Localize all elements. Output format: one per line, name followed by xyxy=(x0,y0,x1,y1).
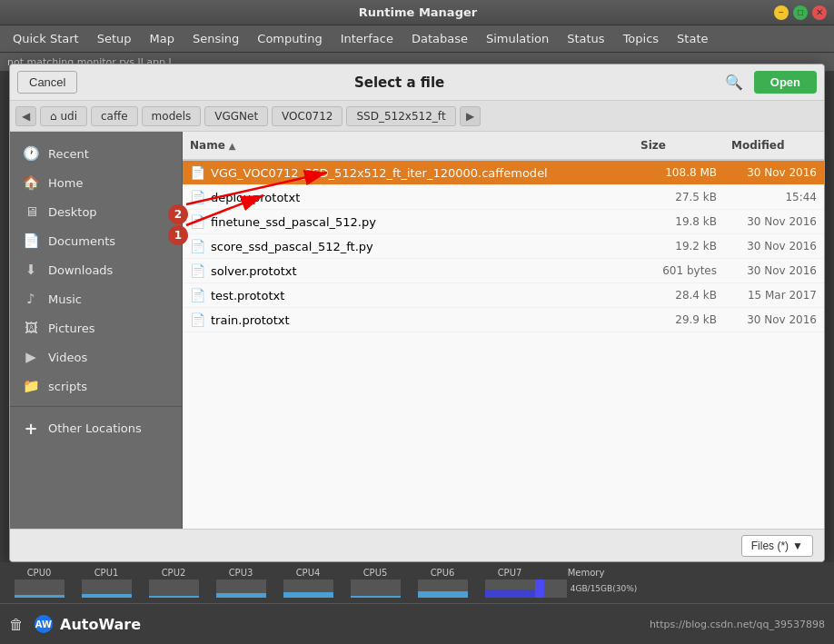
sidebar-item-recent[interactable]: 🕐 Recent xyxy=(10,139,182,168)
search-button[interactable]: 🔍 xyxy=(721,70,747,94)
sidebar-item-music[interactable]: ♪ Music xyxy=(10,284,182,313)
title-bar: Runtime Manager − □ ✕ xyxy=(0,0,834,25)
autoware-logo-icon: AW xyxy=(33,613,55,635)
breadcrumb-home[interactable]: ⌂ udi xyxy=(40,106,87,126)
sidebar-item-pictures[interactable]: 🖼 Pictures xyxy=(10,313,182,342)
menu-sensing[interactable]: Sensing xyxy=(184,28,248,49)
cpu6-item: CPU6 xyxy=(411,568,474,598)
file-row[interactable]: 📄 solver.prototxt 601 bytes 30 Nov 2016 xyxy=(183,259,824,283)
file-name: train.prototxt xyxy=(211,313,626,327)
sidebar-item-desktop[interactable]: 🖥 Desktop xyxy=(10,197,182,226)
sidebar-label-downloads: Downloads xyxy=(48,263,113,277)
trash-icon: 🗑 xyxy=(9,616,24,633)
menu-quickstart[interactable]: Quick Start xyxy=(4,28,88,49)
file-icon: 📄 xyxy=(190,263,205,278)
file-row[interactable]: 📄 deploy.prototxt 27.5 kB 15:44 xyxy=(183,185,824,210)
file-name: deploy.prototxt xyxy=(211,191,626,204)
menu-simulation[interactable]: Simulation xyxy=(477,28,558,49)
status-bar: CPU0 CPU1 CPU2 CPU3 CPU4 xyxy=(0,562,834,644)
home-icon: 🏠 xyxy=(23,174,39,191)
add-icon: + xyxy=(23,419,39,438)
scripts-icon: 📁 xyxy=(23,378,39,394)
clock-icon: 🕐 xyxy=(23,145,39,162)
back-button[interactable]: ◀ xyxy=(15,106,36,126)
filter-label: Files (*) xyxy=(751,540,789,552)
videos-icon: ▶ xyxy=(23,349,39,365)
file-list: 📄 VGG_VOC0712_SSD_512x512_ft_iter_120000… xyxy=(183,161,824,529)
file-row[interactable]: 📄 finetune_ssd_pascal_512.py 19.8 kB 30 … xyxy=(183,210,824,234)
menu-status[interactable]: Status xyxy=(558,28,613,49)
dialog-footer: Files (*) ▼ xyxy=(10,529,824,561)
file-row[interactable]: 📄 test.prototxt 28.4 kB 15 Mar 2017 xyxy=(183,283,824,308)
sidebar-item-scripts[interactable]: 📁 scripts xyxy=(10,372,182,401)
cpu1-graph xyxy=(82,580,132,598)
file-name: score_ssd_pascal_512_ft.py xyxy=(211,240,626,253)
menu-bar: Quick Start Setup Map Sensing Computing … xyxy=(0,25,834,53)
close-button[interactable]: ✕ xyxy=(812,5,827,20)
file-row[interactable]: 📄 train.prototxt 29.9 kB 30 Nov 2016 xyxy=(183,308,824,332)
file-size: 27.5 kB xyxy=(626,191,717,203)
sidebar-item-videos[interactable]: ▶ Videos xyxy=(10,342,182,372)
file-modified: 30 Nov 2016 xyxy=(717,313,817,326)
sidebar-label-desktop: Desktop xyxy=(48,205,97,219)
file-modified: 30 Nov 2016 xyxy=(717,240,817,253)
menu-database[interactable]: Database xyxy=(402,28,477,49)
window-title: Runtime Manager xyxy=(62,5,774,19)
cpu4-graph xyxy=(283,580,333,598)
minimize-button[interactable]: − xyxy=(774,5,789,20)
menu-interface[interactable]: Interface xyxy=(332,28,402,49)
sidebar-item-home[interactable]: 🏠 Home xyxy=(10,168,182,197)
cpu1-label: CPU1 xyxy=(94,568,119,578)
breadcrumb-caffe[interactable]: caffe xyxy=(91,106,138,126)
maximize-button[interactable]: □ xyxy=(793,5,808,20)
sidebar-label-videos: Videos xyxy=(48,351,87,364)
cancel-button[interactable]: Cancel xyxy=(17,71,77,94)
file-modified: 15 Mar 2017 xyxy=(717,289,817,302)
file-list-header: Name ▲ Size Modified xyxy=(183,132,824,161)
url-text: https://blog.csdn.net/qq_39537898 xyxy=(650,619,825,630)
sidebar-other-locations[interactable]: + Other Locations xyxy=(10,412,182,444)
sidebar-item-downloads[interactable]: ⬇ Downloads xyxy=(10,255,182,284)
file-name: VGG_VOC0712_SSD_512x512_ft_iter_120000.c… xyxy=(211,166,626,180)
cpu7-label: CPU7 xyxy=(498,568,522,578)
file-icon: 📄 xyxy=(190,239,205,253)
column-header-name[interactable]: Name ▲ xyxy=(183,135,633,155)
open-button[interactable]: Open xyxy=(754,71,817,94)
file-dialog: Cancel Select a file 🔍 Open ◀ ⌂ udi caff… xyxy=(9,64,825,562)
cpu7-item: CPU7 xyxy=(478,568,541,598)
breadcrumb-more-button[interactable]: ▶ xyxy=(460,106,481,126)
file-row[interactable]: 📄 VGG_VOC0712_SSD_512x512_ft_iter_120000… xyxy=(183,161,824,185)
file-icon: 📄 xyxy=(190,312,205,327)
sidebar: 🕐 Recent 🏠 Home 🖥 Desktop 📄 Documents ⬇ … xyxy=(10,132,183,529)
file-icon: 📄 xyxy=(190,214,205,229)
menu-computing[interactable]: Computing xyxy=(248,28,331,49)
menu-topics[interactable]: Topics xyxy=(614,28,668,49)
dialog-header: Cancel Select a file 🔍 Open xyxy=(10,64,824,101)
file-modified: 30 Nov 2016 xyxy=(717,264,817,277)
cpu4-item: CPU4 xyxy=(276,568,340,598)
breadcrumb-vggnet[interactable]: VGGNet xyxy=(204,106,268,126)
sidebar-divider xyxy=(10,406,182,407)
cpu0-label: CPU0 xyxy=(27,568,52,578)
bottom-bar: 🗑 AW AutoWare https://blog.csdn.net/qq_3… xyxy=(0,603,834,644)
menu-state[interactable]: State xyxy=(668,28,717,49)
file-size: 19.2 kB xyxy=(626,240,717,253)
file-modified: 15:44 xyxy=(717,191,817,203)
column-header-size[interactable]: Size xyxy=(633,135,724,155)
sidebar-item-documents[interactable]: 📄 Documents xyxy=(10,226,182,255)
file-modified: 30 Nov 2016 xyxy=(717,166,817,179)
column-header-modified[interactable]: Modified xyxy=(724,135,824,155)
breadcrumb-models[interactable]: models xyxy=(142,106,202,126)
file-modified: 30 Nov 2016 xyxy=(717,215,817,228)
file-size: 28.4 kB xyxy=(626,289,717,302)
file-filter-button[interactable]: Files (*) ▼ xyxy=(741,535,813,557)
memory-label: Memory xyxy=(568,568,605,578)
breadcrumb-voc0712[interactable]: VOC0712 xyxy=(272,106,343,126)
breadcrumb-ssd[interactable]: SSD_512x512_ft xyxy=(346,106,455,126)
file-icon: 📄 xyxy=(190,190,205,204)
menu-map[interactable]: Map xyxy=(141,28,184,49)
svg-text:AW: AW xyxy=(35,619,52,629)
file-row[interactable]: 📄 score_ssd_pascal_512_ft.py 19.2 kB 30 … xyxy=(183,234,824,259)
menu-setup[interactable]: Setup xyxy=(88,28,141,49)
dialog-title: Select a file xyxy=(84,74,713,91)
